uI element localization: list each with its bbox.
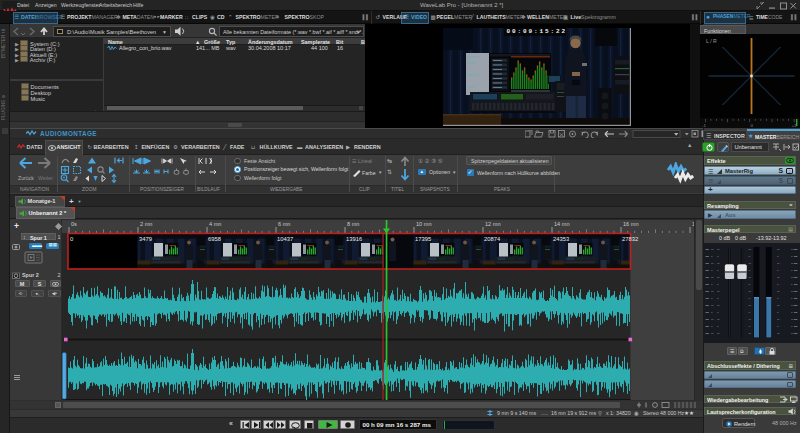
svg-text:10 mn: 10 mn [416,221,432,227]
svg-text:L / R: L / R [706,38,717,44]
svg-text:4 mn: 4 mn [209,221,221,227]
svg-text:27832: 27832 [622,236,638,242]
svg-text:2 mn: 2 mn [140,221,152,227]
svg-text:24353: 24353 [553,236,569,242]
svg-text:3479: 3479 [139,236,152,242]
svg-text:14 mn: 14 mn [554,221,570,227]
svg-text:13916: 13916 [346,236,362,242]
svg-text:0: 0 [70,236,73,242]
svg-text:6 mn: 6 mn [278,221,290,227]
svg-text:20874: 20874 [484,236,501,242]
svg-text:17395: 17395 [415,236,431,242]
svg-text:0s: 0s [71,221,77,227]
svg-text:16 mn: 16 mn [623,221,639,227]
svg-text:6958: 6958 [208,236,221,242]
svg-text:12 mn: 12 mn [485,221,501,227]
svg-text:10437: 10437 [277,236,293,242]
svg-text:8 mn: 8 mn [347,221,359,227]
